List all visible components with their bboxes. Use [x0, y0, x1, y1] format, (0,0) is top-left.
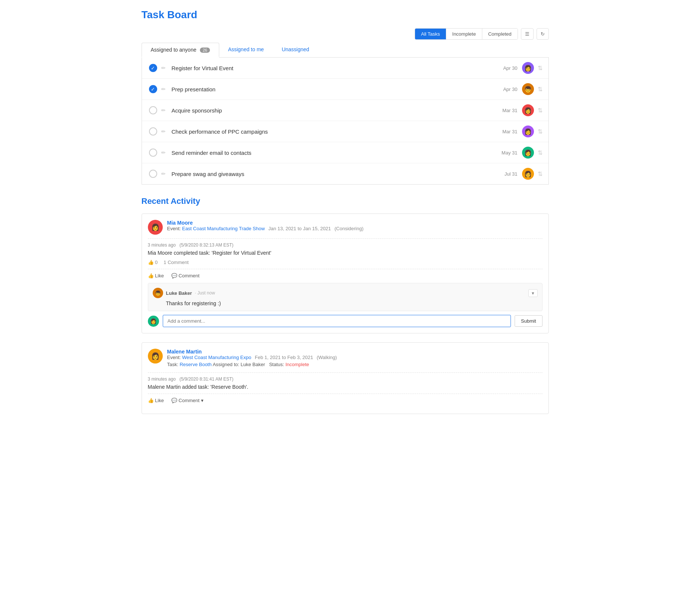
- divider-2: [148, 269, 542, 269]
- add-comment-input[interactable]: [163, 315, 511, 327]
- like-button[interactable]: 👍 Like: [148, 398, 164, 403]
- activity-user-row: 👩 Mia Moore Event: East Coast Manufactur…: [148, 220, 542, 235]
- activity-event-date: Feb 1, 2021 to Feb 3, 2021: [255, 355, 313, 360]
- assignment-tabs: Assigned to anyone 26 Assigned to me Una…: [142, 43, 549, 58]
- task-edit-icon-4[interactable]: ✏: [158, 150, 169, 156]
- refresh-icon[interactable]: ↻: [537, 28, 549, 40]
- activity-card-0: 👩 Mia Moore Event: East Coast Manufactur…: [142, 214, 549, 333]
- check-icon: ✓: [151, 65, 155, 71]
- activity-event-row: Event: East Coast Manufacturing Trade Sh…: [167, 226, 364, 231]
- filter-all-tasks-button[interactable]: All Tasks: [415, 29, 446, 39]
- activity-username[interactable]: Mia Moore: [167, 220, 364, 226]
- table-row: ✓ ✏ Prep presentation Apr 30 👦 ⇅: [142, 79, 548, 100]
- activity-message: Malene Martin added task: 'Reserve Booth…: [148, 384, 542, 390]
- like-button[interactable]: 👍 Like: [148, 273, 164, 278]
- activity-time: 3 minutes ago (5/9/2020 8:32:13 AM EST): [148, 242, 542, 248]
- task-edit-icon-2[interactable]: ✏: [158, 107, 169, 113]
- task-avatar-2: 👩: [522, 104, 534, 116]
- table-row: ✏ Check performance of PPC campaigns Mar…: [142, 121, 548, 142]
- divider: [148, 372, 542, 373]
- task-name-0: Register for Virtual Event: [169, 65, 503, 71]
- activity-username[interactable]: Malene Martin: [167, 349, 337, 355]
- activity-status-badge: Incomplete: [285, 362, 309, 367]
- task-drag-handle-5[interactable]: ⇅: [538, 170, 542, 177]
- comment-count: 1 Comment: [163, 260, 188, 265]
- task-avatar-1: 👦: [522, 83, 534, 95]
- task-drag-handle-2[interactable]: ⇅: [538, 107, 542, 114]
- check-icon: ✓: [151, 87, 155, 92]
- activity-card-1: 👩 Malene Martin Event: West Coast Manufa…: [142, 342, 549, 414]
- tab-unassigned[interactable]: Unassigned: [273, 43, 318, 57]
- comment-avatar: 👦: [153, 288, 163, 298]
- table-row: ✏ Acquire sponsorship Mar 31 👩 ⇅: [142, 100, 548, 121]
- comment-time: · Just now: [195, 290, 215, 296]
- task-check-0[interactable]: ✓: [148, 64, 158, 72]
- task-date-2: Mar 31: [502, 108, 517, 113]
- task-drag-handle-3[interactable]: ⇅: [538, 128, 542, 135]
- comment-block-0: 👦 Luke Baker · Just now ▾ Thanks for reg…: [148, 283, 542, 311]
- comment-text: Thanks for registering :): [153, 300, 538, 306]
- activity-user-avatar: 👩: [148, 349, 163, 364]
- filter-incomplete-button[interactable]: Incomplete: [446, 29, 482, 39]
- task-check-5[interactable]: [148, 170, 158, 178]
- comment-user-row: 👦 Luke Baker · Just now ▾: [153, 288, 538, 298]
- task-date-3: Mar 31: [502, 129, 517, 134]
- page-title: Task Board: [142, 9, 549, 21]
- task-avatar-0: 👩: [522, 62, 534, 74]
- task-date-1: Apr 30: [503, 87, 517, 92]
- task-check-4[interactable]: [148, 149, 158, 157]
- divider: [148, 238, 542, 239]
- task-date-5: Jul 31: [505, 171, 518, 177]
- task-edit-icon-3[interactable]: ✏: [158, 128, 169, 134]
- task-name-2: Acquire sponsorship: [169, 107, 503, 114]
- recent-activity-title: Recent Activity: [142, 196, 549, 206]
- activity-actions: 👍 Like 💬 Comment ▾: [148, 398, 542, 403]
- activity-message: Mia Moore completed task: 'Register for …: [148, 250, 542, 256]
- task-name-3: Check performance of PPC campaigns: [169, 128, 503, 135]
- activity-event-date: Jan 13, 2021 to Jan 15, 2021: [268, 226, 331, 231]
- task-date-4: May 31: [502, 150, 518, 156]
- comment-dropdown-button[interactable]: ▾: [528, 289, 538, 297]
- add-comment-row: 👩 Submit: [148, 315, 542, 327]
- task-name-5: Prepare swag and giveaways: [169, 171, 505, 177]
- comment-button[interactable]: 💬 Comment: [171, 273, 200, 278]
- task-edit-icon-1[interactable]: ✏: [158, 86, 169, 92]
- activity-task-link[interactable]: Reserve Booth: [179, 362, 211, 367]
- activity-event-link[interactable]: West Coast Manufacturing Expo: [182, 355, 251, 360]
- activity-user-row: 👩 Malene Martin Event: West Coast Manufa…: [148, 349, 542, 369]
- activity-task-row: Task: Reserve Booth Assigned to: Luke Ba…: [167, 362, 337, 367]
- task-avatar-5: 👩: [522, 168, 534, 180]
- tab-assigned-to-me[interactable]: Assigned to me: [219, 43, 273, 57]
- task-edit-icon-0[interactable]: ✏: [158, 65, 169, 71]
- task-date-0: Apr 30: [503, 65, 517, 71]
- list-view-icon[interactable]: ☰: [521, 28, 534, 40]
- comment-button[interactable]: 💬 Comment ▾: [171, 398, 204, 403]
- task-check-2[interactable]: [148, 106, 158, 114]
- task-check-3[interactable]: [148, 127, 158, 136]
- filter-completed-button[interactable]: Completed: [482, 29, 518, 39]
- task-drag-handle-4[interactable]: ⇅: [538, 149, 542, 156]
- task-edit-icon-5[interactable]: ✏: [158, 171, 169, 177]
- table-row: ✏ Prepare swag and giveaways Jul 31 👩 ⇅: [142, 163, 548, 184]
- table-row: ✏ Send reminder email to contacts May 31…: [142, 142, 548, 163]
- add-comment-avatar: 👩: [148, 316, 159, 327]
- table-row: ✓ ✏ Register for Virtual Event Apr 30 👩 …: [142, 58, 548, 79]
- activity-event-row: Event: West Coast Manufacturing Expo Feb…: [167, 355, 337, 360]
- divider-2: [148, 394, 542, 394]
- task-drag-handle-0[interactable]: ⇅: [538, 65, 542, 72]
- activity-event-status: (Considering): [334, 226, 363, 231]
- activity-actions: 👍 Like 💬 Comment: [148, 273, 542, 278]
- task-avatar-4: 👩: [522, 147, 534, 159]
- task-list: ✓ ✏ Register for Virtual Event Apr 30 👩 …: [142, 58, 549, 185]
- comment-username: Luke Baker: [166, 290, 192, 296]
- like-count: 👍 0: [148, 260, 158, 265]
- activity-user-avatar: 👩: [148, 220, 163, 235]
- tab-assigned-to-anyone[interactable]: Assigned to anyone 26: [142, 43, 219, 58]
- submit-comment-button[interactable]: Submit: [515, 315, 542, 327]
- activity-event-status: (Walking): [317, 355, 337, 360]
- task-drag-handle-1[interactable]: ⇅: [538, 86, 542, 93]
- activity-event-link[interactable]: East Coast Manufacturing Trade Show: [182, 226, 265, 231]
- task-name-4: Send reminder email to contacts: [169, 150, 502, 156]
- header-controls: All Tasks Incomplete Completed ☰ ↻: [142, 28, 549, 40]
- task-check-1[interactable]: ✓: [148, 85, 158, 93]
